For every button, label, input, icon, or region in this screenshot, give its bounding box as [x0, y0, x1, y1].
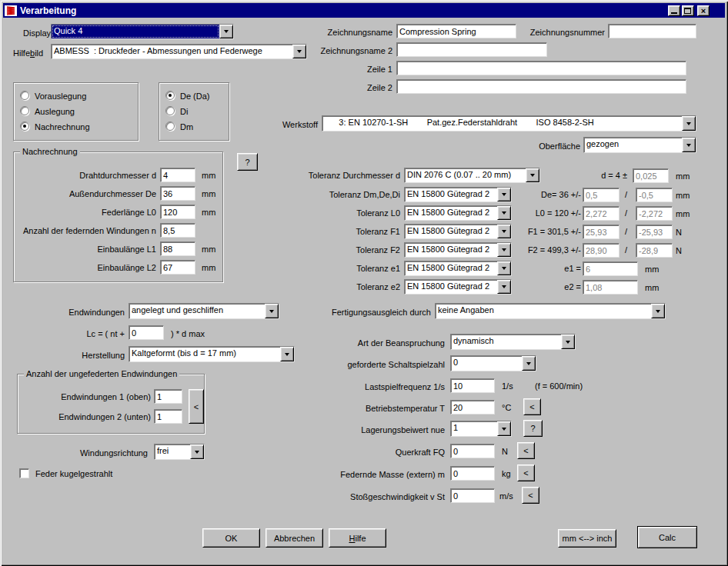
radio-auslegung[interactable]: [20, 106, 29, 115]
unit-label: mm: [202, 245, 215, 255]
zeichnungsname2-input[interactable]: [396, 42, 547, 57]
radio-nachrechnung[interactable]: [20, 122, 29, 131]
zeichnungsnummer-input[interactable]: [608, 24, 696, 38]
cancel-button[interactable]: Abbrechen: [265, 528, 323, 548]
hilfebild-label-pre: Hilfe: [13, 48, 30, 58]
windungsrichtung-select[interactable]: frei: [154, 444, 205, 460]
l0-minus-output: [636, 206, 673, 221]
calc-button[interactable]: Calc: [637, 526, 697, 548]
radio-di[interactable]: [165, 106, 175, 115]
dropdown-arrow-icon[interactable]: [651, 304, 665, 318]
oberflaeche-select[interactable]: gezogen: [583, 137, 696, 153]
toleranz-f2-label: Toleranz F2: [300, 245, 400, 255]
lagerungsbeiwert-help-button[interactable]: ?: [523, 420, 543, 437]
toleranz-durchmesser-select[interactable]: DIN 2076 C (0.07 .. 20 mm): [404, 168, 540, 183]
unit-label: kg: [502, 469, 511, 479]
dropdown-arrow-icon[interactable]: [682, 138, 696, 152]
dropdown-arrow-icon[interactable]: [522, 356, 536, 371]
endwindungen-value: angelegt und geschliffen: [129, 304, 265, 318]
toleranz-l0-select[interactable]: EN 15800 Gütegrad 2: [404, 205, 512, 221]
nachrechnung-help-button[interactable]: ?: [237, 153, 258, 171]
einbaulaenge1-input[interactable]: [160, 241, 195, 256]
zeichnungsname-input[interactable]: [396, 24, 516, 38]
hilfebild-select[interactable]: ABMESS : Druckfeder - Abmessungen und Fe…: [51, 44, 307, 59]
kugelgestrahlt-checkbox[interactable]: [19, 468, 29, 478]
dropdown-arrow-icon[interactable]: [190, 444, 204, 459]
unit-label: N: [676, 246, 682, 256]
radio-vorauslegung[interactable]: [20, 91, 29, 100]
lc-nt-input[interactable]: [129, 325, 164, 340]
l0-plus-output: [583, 206, 619, 221]
temperatur-back-button[interactable]: <: [523, 398, 541, 415]
radio-dm[interactable]: [165, 122, 175, 131]
kugelgestrahlt-label: Feder kugelgestrahlt: [35, 469, 112, 479]
lastspielfrequenz-label: Lastspielfrequenz 1/s: [323, 382, 445, 392]
dropdown-arrow-icon[interactable]: [497, 421, 511, 436]
maximize-button[interactable]: [682, 5, 694, 16]
dropdown-arrow-icon[interactable]: [265, 304, 279, 318]
betriebstemperatur-input[interactable]: [450, 400, 495, 415]
einbaulaenge2-input[interactable]: [160, 260, 195, 275]
endwindungen-copy-button[interactable]: <: [189, 389, 204, 424]
toleranz-e1-value: EN 15800 Gütegrad 2: [405, 261, 497, 275]
federnde-masse-input[interactable]: [450, 466, 495, 481]
federlaenge-input[interactable]: [160, 205, 195, 219]
unit-label: mm: [645, 265, 659, 275]
windungen-label: Anzahl der federnden Windungen n: [18, 226, 156, 236]
close-icon: ×: [698, 6, 709, 15]
f2-plus-output: [583, 243, 619, 258]
toleranz-dm-select[interactable]: EN 15800 Gütegrad 2: [404, 187, 512, 202]
dropdown-arrow-icon[interactable]: [219, 25, 233, 38]
dropdown-arrow-icon[interactable]: [280, 347, 294, 361]
querkraft-back-button[interactable]: <: [517, 442, 535, 459]
drahtdurchmesser-label: Drahtdurchmesser d: [18, 171, 156, 181]
help-button[interactable]: Hilfe: [329, 528, 386, 548]
toleranz-f1-select[interactable]: EN 15800 Gütegrad 2: [404, 224, 512, 239]
windungen-input[interactable]: [160, 223, 195, 238]
endwindungen-select[interactable]: angelegt und geschliffen: [129, 303, 279, 319]
close-button[interactable]: ×: [697, 5, 710, 16]
hilfebild-label: Hilfebild: [13, 48, 43, 58]
endwindungen-group: Anzahl der ungefederten Endwindungen: [17, 374, 205, 434]
mm-inch-toggle-button[interactable]: mm <--> inch: [558, 529, 616, 548]
dropdown-arrow-icon[interactable]: [526, 168, 539, 182]
toleranz-e1-select[interactable]: EN 15800 Gütegrad 2: [404, 261, 512, 276]
spring-icon: [5, 5, 17, 16]
endwindungen2-input[interactable]: [154, 409, 182, 424]
fertigungsausgleich-label: Fertigungsausgleich durch: [304, 308, 431, 318]
dropdown-arrow-icon[interactable]: [682, 116, 696, 131]
querkraft-input[interactable]: [450, 444, 495, 458]
drahtdurchmesser-input[interactable]: [160, 168, 195, 182]
schaltspielzahl-value: 0: [451, 356, 522, 371]
unit-label: mm: [202, 171, 215, 181]
display-value: Quick 4: [52, 25, 219, 38]
radio-de-da[interactable]: [165, 91, 175, 100]
stossgeschwindigkeit-input[interactable]: [450, 488, 495, 503]
lastspielfrequenz-input[interactable]: [450, 378, 495, 393]
toleranz-e2-select[interactable]: EN 15800 Gütegrad 2: [404, 279, 512, 295]
masse-back-button[interactable]: <: [517, 464, 535, 481]
ok-button[interactable]: OK: [202, 528, 260, 548]
fertigungsausgleich-select[interactable]: keine Angaben: [435, 303, 666, 319]
l0-result-label: L0 = 120 +/-: [504, 208, 581, 218]
lagerungsbeiwert-select[interactable]: 1: [450, 421, 512, 437]
dropdown-arrow-icon[interactable]: [561, 335, 575, 349]
de-result-label: De= 36 +/-: [504, 190, 581, 200]
herstellung-select[interactable]: Kaltgeformt (bis d = 17 mm): [129, 346, 295, 362]
toleranz-f2-value: EN 15800 Gütegrad 2: [405, 243, 497, 257]
aussendurchmesser-input[interactable]: [160, 186, 195, 201]
stoss-back-button[interactable]: <: [522, 487, 539, 504]
herstellung-label: Herstellung: [46, 351, 125, 361]
endwindungen1-input[interactable]: [154, 389, 182, 404]
unit-label: °C: [502, 403, 511, 413]
e1-output: [583, 261, 638, 276]
toleranz-f2-select[interactable]: EN 15800 Gütegrad 2: [404, 242, 512, 258]
minimize-button[interactable]: [668, 5, 680, 16]
e2-output: [583, 280, 638, 295]
schaltspielzahl-select[interactable]: 0: [450, 355, 536, 371]
display-select[interactable]: Quick 4: [51, 24, 234, 39]
zeile2-input[interactable]: [396, 79, 686, 94]
zeile1-input[interactable]: [396, 61, 686, 75]
werkstoff-select[interactable]: 3: EN 10270-1-SH Pat.gez.Federstahldraht…: [322, 115, 696, 132]
beanspruchung-select[interactable]: dynamisch: [450, 334, 576, 350]
